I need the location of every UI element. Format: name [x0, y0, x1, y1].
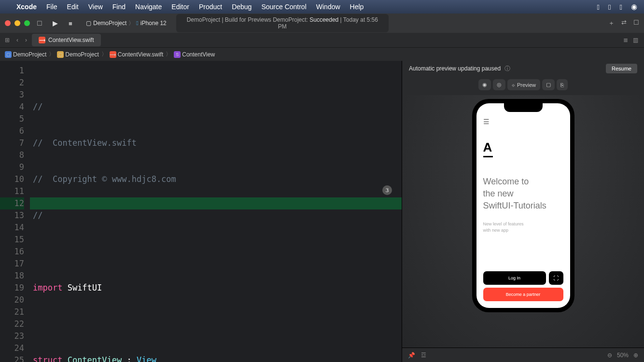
- preview-variant-button[interactable]: ◎: [493, 79, 505, 90]
- issue-badge[interactable]: 3: [382, 185, 392, 195]
- macos-menubar: Xcode File Edit View Find Navigate Edito…: [0, 0, 644, 14]
- code-editor[interactable]: 1234567891011121314151617181920212223242…: [0, 61, 402, 362]
- preview-mode-button[interactable]: ⟐ Preview: [507, 79, 540, 90]
- library-button[interactable]: ⇄: [621, 19, 627, 28]
- minimize-window-button[interactable]: [14, 20, 20, 26]
- adjust-editor-icon[interactable]: ▥: [633, 37, 638, 43]
- resume-button[interactable]: Resume: [606, 64, 637, 73]
- close-window-button[interactable]: [5, 20, 11, 26]
- swift-file-icon: ⟶: [39, 37, 45, 43]
- menu-edit[interactable]: Edit: [67, 3, 79, 11]
- folder-icon: ▢: [57, 51, 64, 58]
- menu-debug[interactable]: Debug: [232, 3, 252, 11]
- scheme-device: iPhone 12: [140, 20, 167, 27]
- line-gutter: 1234567891011121314151617181920212223242…: [0, 61, 30, 362]
- preview-canvas[interactable]: ☰ A Welcome to the new SwiftUI-Tutorials…: [402, 95, 644, 348]
- breadcrumb-project[interactable]: DemoProject: [13, 51, 46, 58]
- siri-icon[interactable]: ◉: [631, 2, 637, 11]
- tab-contentview[interactable]: ⟶ ContentView.swift: [32, 34, 101, 46]
- info-icon[interactable]: ⓘ: [504, 65, 510, 73]
- breadcrumb-folder[interactable]: DemoProject: [65, 51, 98, 58]
- xcode-toolbar: ☐ ▶ ■ ▢ DemoProject 〉 􀟜 iPhone 12 DemoPr…: [0, 14, 644, 33]
- preview-status: Automatic preview updating paused: [409, 65, 501, 72]
- build-status[interactable]: DemoProject | Build for Previews DemoPro…: [176, 14, 389, 32]
- menu-find[interactable]: Find: [112, 3, 126, 11]
- zoom-window-button[interactable]: [24, 20, 30, 26]
- tab-bar: ⊞ ‹ › ⟶ ContentView.swift ≣ ▥: [0, 33, 644, 47]
- preview-panel: Automatic preview updating paused ⓘ Resu…: [402, 61, 644, 362]
- scheme-selector[interactable]: ▢ DemoProject 〉 􀟜 iPhone 12: [86, 19, 167, 28]
- breadcrumb-file[interactable]: ContentView.swift: [118, 51, 164, 58]
- wifi-icon[interactable]: 􀙇: [597, 3, 600, 11]
- preview-settings-icon[interactable]: ☲: [421, 352, 426, 359]
- menu-product[interactable]: Product: [199, 3, 222, 11]
- control-center-icon[interactable]: 􀜊: [620, 3, 622, 11]
- qr-scan-button[interactable]: ⛶: [549, 271, 563, 285]
- menu-view[interactable]: View: [88, 3, 103, 11]
- nav-back-button[interactable]: ‹: [14, 37, 20, 43]
- minimap-toggle-icon[interactable]: ≣: [623, 37, 628, 43]
- device-settings-button[interactable]: ▢: [542, 79, 555, 90]
- window-controls: [5, 20, 30, 26]
- stop-button[interactable]: ■: [65, 20, 76, 27]
- welcome-subtitle: New level of features with new app: [483, 221, 563, 234]
- menu-window[interactable]: Window: [316, 3, 340, 11]
- struct-icon: S: [174, 51, 181, 58]
- app-name[interactable]: Xcode: [16, 3, 37, 11]
- device-frame: ☰ A Welcome to the new SwiftUI-Tutorials…: [472, 99, 574, 312]
- menu-editor[interactable]: Editor: [171, 3, 189, 11]
- welcome-title: Welcome to the new SwiftUI-Tutorials: [483, 176, 563, 212]
- duplicate-preview-button[interactable]: ⎘: [557, 79, 568, 90]
- run-button[interactable]: ▶: [49, 19, 61, 27]
- navigator-toggle-button[interactable]: ☐: [34, 20, 45, 27]
- breadcrumb-symbol[interactable]: ContentView: [182, 51, 215, 58]
- zoom-level[interactable]: 50%: [617, 352, 629, 359]
- app-logo: A: [483, 140, 493, 157]
- menu-file[interactable]: File: [46, 3, 57, 11]
- list-bullet-icon: ☰: [483, 118, 563, 125]
- inspector-toggle-button[interactable]: ☐: [633, 19, 639, 28]
- related-items-icon[interactable]: ⊞: [3, 37, 12, 43]
- breadcrumb: ▢ DemoProject 〉 ▢ DemoProject 〉 ⟶ Conten…: [0, 47, 644, 61]
- menu-source-control[interactable]: Source Control: [261, 3, 306, 11]
- partner-button[interactable]: Become a partner: [483, 288, 563, 301]
- zoom-in-button[interactable]: ⊕: [633, 352, 638, 359]
- login-button[interactable]: Log In: [483, 271, 546, 285]
- add-button[interactable]: ＋: [608, 19, 615, 28]
- scheme-project: DemoProject: [93, 20, 126, 27]
- app-screen: ☰ A Welcome to the new SwiftUI-Tutorials…: [476, 103, 570, 308]
- live-preview-button[interactable]: ◉: [478, 79, 491, 90]
- nav-forward-button[interactable]: ›: [23, 37, 29, 43]
- project-icon: ▢: [5, 51, 12, 58]
- zoom-out-button[interactable]: ⊖: [607, 352, 612, 359]
- swift-file-icon: ⟶: [110, 51, 116, 58]
- menu-navigate[interactable]: Navigate: [135, 3, 162, 11]
- menu-help[interactable]: Help: [350, 3, 364, 11]
- pin-preview-icon[interactable]: 📌: [408, 352, 415, 359]
- spotlight-icon[interactable]: 􀊫: [608, 3, 611, 11]
